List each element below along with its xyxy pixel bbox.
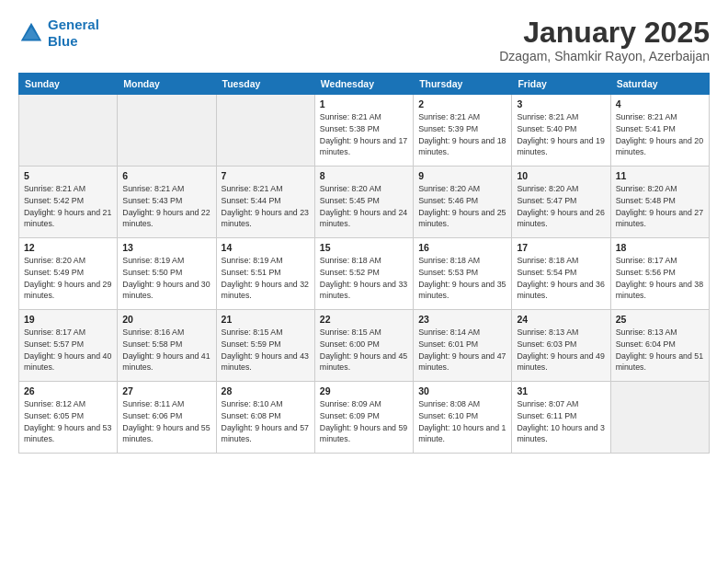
day-detail: Sunrise: 8:20 AMSunset: 5:46 PMDaylight:… — [418, 183, 506, 230]
week-row-2: 5 Sunrise: 8:21 AMSunset: 5:42 PMDayligh… — [19, 167, 710, 238]
cell-w4-d7: 25 Sunrise: 8:13 AMSunset: 6:04 PMDaylig… — [610, 310, 709, 382]
day-number: 12 — [24, 242, 112, 253]
day-detail: Sunrise: 8:11 AMSunset: 6:06 PMDaylight:… — [122, 398, 210, 445]
day-detail: Sunrise: 8:21 AMSunset: 5:40 PMDaylight:… — [517, 111, 605, 158]
week-row-3: 12 Sunrise: 8:20 AMSunset: 5:49 PMDaylig… — [19, 238, 710, 310]
day-detail: Sunrise: 8:21 AMSunset: 5:43 PMDaylight:… — [122, 183, 210, 230]
cell-w3-d6: 17 Sunrise: 8:18 AMSunset: 5:54 PMDaylig… — [512, 238, 610, 310]
day-number: 23 — [418, 314, 506, 325]
day-detail: Sunrise: 8:17 AMSunset: 5:56 PMDaylight:… — [616, 255, 704, 302]
day-number: 28 — [222, 385, 310, 396]
week-row-5: 26 Sunrise: 8:12 AMSunset: 6:05 PMDaylig… — [19, 382, 710, 454]
day-detail: Sunrise: 8:13 AMSunset: 6:04 PMDaylight:… — [616, 327, 704, 373]
day-detail: Sunrise: 8:21 AMSunset: 5:38 PMDaylight:… — [320, 111, 408, 158]
header: General Blue January 2025 Dzagam, Shamki… — [18, 17, 710, 63]
day-detail: Sunrise: 8:21 AMSunset: 5:42 PMDaylight:… — [24, 183, 112, 230]
day-number: 24 — [517, 314, 605, 325]
day-number: 30 — [418, 385, 506, 396]
cell-w5-d6: 31 Sunrise: 8:07 AMSunset: 6:11 PMDaylig… — [512, 382, 610, 454]
cell-w3-d1: 12 Sunrise: 8:20 AMSunset: 5:49 PMDaylig… — [19, 238, 118, 310]
cell-w2-d4: 8 Sunrise: 8:20 AMSunset: 5:45 PMDayligh… — [314, 167, 413, 238]
day-number: 10 — [517, 170, 605, 181]
day-number: 31 — [517, 385, 605, 396]
day-detail: Sunrise: 8:21 AMSunset: 5:39 PMDaylight:… — [418, 111, 506, 158]
day-detail: Sunrise: 8:19 AMSunset: 5:50 PMDaylight:… — [122, 255, 210, 302]
cell-w4-d4: 22 Sunrise: 8:15 AMSunset: 6:00 PMDaylig… — [314, 310, 413, 382]
cell-w2-d2: 6 Sunrise: 8:21 AMSunset: 5:43 PMDayligh… — [118, 167, 216, 238]
cell-w2-d1: 5 Sunrise: 8:21 AMSunset: 5:42 PMDayligh… — [19, 167, 118, 238]
day-number: 21 — [222, 314, 310, 325]
cell-w2-d3: 7 Sunrise: 8:21 AMSunset: 5:44 PMDayligh… — [216, 167, 314, 238]
week-row-1: 1 Sunrise: 8:21 AMSunset: 5:38 PMDayligh… — [19, 95, 710, 167]
day-number: 4 — [616, 98, 704, 109]
day-detail: Sunrise: 8:18 AMSunset: 5:54 PMDaylight:… — [517, 255, 605, 302]
day-detail: Sunrise: 8:09 AMSunset: 6:09 PMDaylight:… — [320, 398, 408, 445]
cell-w4-d2: 20 Sunrise: 8:16 AMSunset: 5:58 PMDaylig… — [118, 310, 216, 382]
calendar-page: General Blue January 2025 Dzagam, Shamki… — [0, 0, 728, 563]
cell-w3-d5: 16 Sunrise: 8:18 AMSunset: 5:53 PMDaylig… — [414, 238, 512, 310]
cell-w4-d3: 21 Sunrise: 8:15 AMSunset: 5:59 PMDaylig… — [216, 310, 314, 382]
cell-w1-d6: 3 Sunrise: 8:21 AMSunset: 5:40 PMDayligh… — [512, 95, 610, 167]
calendar-table: Sunday Monday Tuesday Wednesday Thursday… — [18, 73, 710, 454]
day-detail: Sunrise: 8:13 AMSunset: 6:03 PMDaylight:… — [517, 327, 605, 373]
day-detail: Sunrise: 8:20 AMSunset: 5:49 PMDaylight:… — [24, 255, 112, 302]
header-wednesday: Wednesday — [314, 74, 413, 95]
day-detail: Sunrise: 8:18 AMSunset: 5:52 PMDaylight:… — [320, 255, 408, 302]
weekday-header-row: Sunday Monday Tuesday Wednesday Thursday… — [19, 74, 710, 95]
cell-w1-d1 — [19, 95, 118, 167]
header-monday: Monday — [118, 74, 216, 95]
day-number: 27 — [122, 385, 210, 396]
day-number: 1 — [320, 98, 408, 109]
day-number: 15 — [320, 242, 408, 253]
cell-w5-d5: 30 Sunrise: 8:08 AMSunset: 6:10 PMDaylig… — [414, 382, 512, 454]
cell-w5-d3: 28 Sunrise: 8:10 AMSunset: 6:08 PMDaylig… — [216, 382, 314, 454]
day-number: 2 — [418, 98, 506, 109]
title-block: January 2025 Dzagam, Shamkir Rayon, Azer… — [499, 17, 710, 63]
header-friday: Friday — [512, 74, 610, 95]
cell-w5-d7 — [610, 382, 709, 454]
day-detail: Sunrise: 8:19 AMSunset: 5:51 PMDaylight:… — [222, 255, 310, 302]
day-detail: Sunrise: 8:20 AMSunset: 5:48 PMDaylight:… — [616, 183, 704, 230]
calendar-subtitle: Dzagam, Shamkir Rayon, Azerbaijan — [499, 49, 710, 63]
day-number: 25 — [616, 314, 704, 325]
day-number: 19 — [24, 314, 112, 325]
cell-w2-d7: 11 Sunrise: 8:20 AMSunset: 5:48 PMDaylig… — [610, 167, 709, 238]
day-number: 13 — [122, 242, 210, 253]
cell-w3-d2: 13 Sunrise: 8:19 AMSunset: 5:50 PMDaylig… — [118, 238, 216, 310]
header-saturday: Saturday — [610, 74, 709, 95]
cell-w2-d6: 10 Sunrise: 8:20 AMSunset: 5:47 PMDaylig… — [512, 167, 610, 238]
day-number: 20 — [122, 314, 210, 325]
cell-w1-d4: 1 Sunrise: 8:21 AMSunset: 5:38 PMDayligh… — [314, 95, 413, 167]
cell-w1-d3 — [216, 95, 314, 167]
logo-text: General Blue — [48, 17, 99, 50]
header-thursday: Thursday — [414, 74, 512, 95]
cell-w2-d5: 9 Sunrise: 8:20 AMSunset: 5:46 PMDayligh… — [414, 167, 512, 238]
cell-w4-d5: 23 Sunrise: 8:14 AMSunset: 6:01 PMDaylig… — [414, 310, 512, 382]
day-number: 16 — [418, 242, 506, 253]
day-detail: Sunrise: 8:20 AMSunset: 5:47 PMDaylight:… — [517, 183, 605, 230]
day-number: 6 — [122, 170, 210, 181]
day-detail: Sunrise: 8:07 AMSunset: 6:11 PMDaylight:… — [517, 398, 605, 445]
day-detail: Sunrise: 8:08 AMSunset: 6:10 PMDaylight:… — [418, 398, 506, 445]
cell-w5-d1: 26 Sunrise: 8:12 AMSunset: 6:05 PMDaylig… — [19, 382, 118, 454]
header-tuesday: Tuesday — [216, 74, 314, 95]
day-detail: Sunrise: 8:12 AMSunset: 6:05 PMDaylight:… — [24, 398, 112, 445]
cell-w4-d6: 24 Sunrise: 8:13 AMSunset: 6:03 PMDaylig… — [512, 310, 610, 382]
day-number: 18 — [616, 242, 704, 253]
day-detail: Sunrise: 8:10 AMSunset: 6:08 PMDaylight:… — [222, 398, 310, 445]
cell-w4-d1: 19 Sunrise: 8:17 AMSunset: 5:57 PMDaylig… — [19, 310, 118, 382]
day-detail: Sunrise: 8:18 AMSunset: 5:53 PMDaylight:… — [418, 255, 506, 302]
day-number: 8 — [320, 170, 408, 181]
day-number: 14 — [222, 242, 310, 253]
calendar-title: January 2025 — [499, 17, 710, 49]
cell-w3-d4: 15 Sunrise: 8:18 AMSunset: 5:52 PMDaylig… — [314, 238, 413, 310]
day-number: 22 — [320, 314, 408, 325]
cell-w1-d7: 4 Sunrise: 8:21 AMSunset: 5:41 PMDayligh… — [610, 95, 709, 167]
day-detail: Sunrise: 8:21 AMSunset: 5:44 PMDaylight:… — [222, 183, 310, 230]
day-number: 7 — [222, 170, 310, 181]
day-number: 5 — [24, 170, 112, 181]
logo: General Blue — [18, 17, 99, 50]
day-number: 17 — [517, 242, 605, 253]
cell-w3-d7: 18 Sunrise: 8:17 AMSunset: 5:56 PMDaylig… — [610, 238, 709, 310]
week-row-4: 19 Sunrise: 8:17 AMSunset: 5:57 PMDaylig… — [19, 310, 710, 382]
